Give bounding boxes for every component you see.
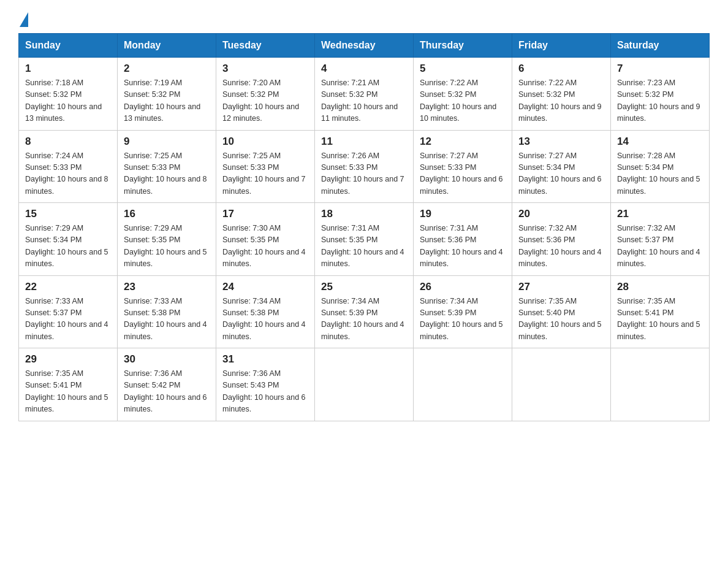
day-number: 29	[25, 353, 111, 366]
calendar-cell: 18 Sunrise: 7:31 AMSunset: 5:35 PMDaylig…	[315, 203, 414, 276]
calendar-cell: 20 Sunrise: 7:32 AMSunset: 5:36 PMDaylig…	[512, 203, 611, 276]
calendar-body: 1 Sunrise: 7:18 AMSunset: 5:32 PMDayligh…	[19, 58, 710, 421]
day-info: Sunrise: 7:28 AMSunset: 5:34 PMDaylight:…	[617, 151, 700, 196]
calendar-cell	[512, 348, 611, 421]
day-info: Sunrise: 7:36 AMSunset: 5:42 PMDaylight:…	[124, 369, 207, 413]
calendar-header: SundayMondayTuesdayWednesdayThursdayFrid…	[19, 34, 710, 58]
day-number: 16	[124, 208, 210, 220]
day-info: Sunrise: 7:31 AMSunset: 5:35 PMDaylight:…	[321, 224, 404, 268]
calendar-cell: 30 Sunrise: 7:36 AMSunset: 5:42 PMDaylig…	[118, 348, 216, 421]
day-info: Sunrise: 7:29 AMSunset: 5:34 PMDaylight:…	[25, 224, 108, 268]
header-wednesday: Wednesday	[315, 34, 414, 58]
calendar-cell: 2 Sunrise: 7:19 AMSunset: 5:32 PMDayligh…	[118, 58, 216, 131]
header-sunday: Sunday	[19, 34, 118, 58]
week-row-2: 8 Sunrise: 7:24 AMSunset: 5:33 PMDayligh…	[19, 130, 710, 203]
calendar-cell: 7 Sunrise: 7:23 AMSunset: 5:32 PMDayligh…	[611, 58, 710, 131]
day-number: 17	[222, 208, 308, 220]
day-number: 3	[222, 63, 308, 75]
header-tuesday: Tuesday	[216, 34, 315, 58]
day-number: 27	[518, 281, 604, 293]
calendar-cell: 12 Sunrise: 7:27 AMSunset: 5:33 PMDaylig…	[414, 130, 512, 203]
calendar-cell: 27 Sunrise: 7:35 AMSunset: 5:40 PMDaylig…	[512, 275, 611, 348]
day-info: Sunrise: 7:34 AMSunset: 5:39 PMDaylight:…	[321, 297, 404, 341]
day-info: Sunrise: 7:35 AMSunset: 5:40 PMDaylight:…	[518, 297, 602, 341]
day-info: Sunrise: 7:27 AMSunset: 5:34 PMDaylight:…	[518, 151, 602, 196]
day-info: Sunrise: 7:22 AMSunset: 5:32 PMDaylight:…	[420, 79, 496, 123]
calendar-cell	[414, 348, 512, 421]
day-info: Sunrise: 7:35 AMSunset: 5:41 PMDaylight:…	[617, 297, 700, 341]
day-number: 28	[617, 281, 703, 293]
day-info: Sunrise: 7:20 AMSunset: 5:32 PMDaylight:…	[222, 79, 299, 123]
day-info: Sunrise: 7:32 AMSunset: 5:36 PMDaylight:…	[518, 224, 602, 268]
day-info: Sunrise: 7:24 AMSunset: 5:33 PMDaylight:…	[25, 151, 108, 196]
calendar-cell: 1 Sunrise: 7:18 AMSunset: 5:32 PMDayligh…	[19, 58, 118, 131]
day-number: 10	[222, 136, 308, 148]
day-info: Sunrise: 7:33 AMSunset: 5:38 PMDaylight:…	[124, 297, 207, 341]
logo-line1	[18, 12, 28, 25]
day-info: Sunrise: 7:21 AMSunset: 5:32 PMDaylight:…	[321, 79, 398, 123]
header-saturday: Saturday	[611, 34, 710, 58]
day-number: 24	[222, 281, 308, 293]
calendar-cell: 13 Sunrise: 7:27 AMSunset: 5:34 PMDaylig…	[512, 130, 611, 203]
day-number: 26	[420, 281, 506, 293]
day-number: 15	[25, 208, 111, 220]
day-number: 21	[617, 208, 703, 220]
day-info: Sunrise: 7:30 AMSunset: 5:35 PMDaylight:…	[222, 224, 306, 268]
calendar-cell: 21 Sunrise: 7:32 AMSunset: 5:37 PMDaylig…	[611, 203, 710, 276]
calendar-cell: 9 Sunrise: 7:25 AMSunset: 5:33 PMDayligh…	[118, 130, 216, 203]
calendar-cell: 6 Sunrise: 7:22 AMSunset: 5:32 PMDayligh…	[512, 58, 611, 131]
day-number: 11	[321, 136, 407, 148]
week-row-4: 22 Sunrise: 7:33 AMSunset: 5:37 PMDaylig…	[19, 275, 710, 348]
day-number: 1	[25, 63, 111, 75]
day-number: 31	[222, 353, 308, 366]
day-info: Sunrise: 7:34 AMSunset: 5:39 PMDaylight:…	[420, 297, 503, 341]
calendar-cell: 4 Sunrise: 7:21 AMSunset: 5:32 PMDayligh…	[315, 58, 414, 131]
calendar-cell: 25 Sunrise: 7:34 AMSunset: 5:39 PMDaylig…	[315, 275, 414, 348]
day-info: Sunrise: 7:33 AMSunset: 5:37 PMDaylight:…	[25, 297, 108, 341]
day-info: Sunrise: 7:19 AMSunset: 5:32 PMDaylight:…	[124, 79, 200, 123]
day-number: 23	[124, 281, 210, 293]
calendar-cell	[611, 348, 710, 421]
day-info: Sunrise: 7:27 AMSunset: 5:33 PMDaylight:…	[420, 151, 503, 196]
day-number: 20	[518, 208, 604, 220]
day-number: 4	[321, 63, 407, 75]
page-header	[18, 12, 710, 21]
calendar-cell: 29 Sunrise: 7:35 AMSunset: 5:41 PMDaylig…	[19, 348, 118, 421]
day-info: Sunrise: 7:34 AMSunset: 5:38 PMDaylight:…	[222, 297, 306, 341]
day-info: Sunrise: 7:18 AMSunset: 5:32 PMDaylight:…	[25, 79, 102, 123]
calendar-table: SundayMondayTuesdayWednesdayThursdayFrid…	[18, 33, 710, 421]
calendar-cell: 17 Sunrise: 7:30 AMSunset: 5:35 PMDaylig…	[216, 203, 315, 276]
day-number: 8	[25, 136, 111, 148]
day-number: 9	[124, 136, 210, 148]
header-friday: Friday	[512, 34, 611, 58]
day-number: 5	[420, 63, 506, 75]
calendar-cell: 3 Sunrise: 7:20 AMSunset: 5:32 PMDayligh…	[216, 58, 315, 131]
calendar-cell: 10 Sunrise: 7:25 AMSunset: 5:33 PMDaylig…	[216, 130, 315, 203]
calendar-cell: 24 Sunrise: 7:34 AMSunset: 5:38 PMDaylig…	[216, 275, 315, 348]
day-number: 6	[518, 63, 604, 75]
calendar-cell: 28 Sunrise: 7:35 AMSunset: 5:41 PMDaylig…	[611, 275, 710, 348]
day-info: Sunrise: 7:36 AMSunset: 5:43 PMDaylight:…	[222, 369, 306, 413]
day-number: 18	[321, 208, 407, 220]
calendar-cell: 31 Sunrise: 7:36 AMSunset: 5:43 PMDaylig…	[216, 348, 315, 421]
calendar-cell: 11 Sunrise: 7:26 AMSunset: 5:33 PMDaylig…	[315, 130, 414, 203]
calendar-cell	[315, 348, 414, 421]
calendar-cell: 16 Sunrise: 7:29 AMSunset: 5:35 PMDaylig…	[118, 203, 216, 276]
day-info: Sunrise: 7:31 AMSunset: 5:36 PMDaylight:…	[420, 224, 503, 268]
calendar-cell: 22 Sunrise: 7:33 AMSunset: 5:37 PMDaylig…	[19, 275, 118, 348]
calendar-cell: 26 Sunrise: 7:34 AMSunset: 5:39 PMDaylig…	[414, 275, 512, 348]
day-info: Sunrise: 7:32 AMSunset: 5:37 PMDaylight:…	[617, 224, 700, 268]
day-info: Sunrise: 7:29 AMSunset: 5:35 PMDaylight:…	[124, 224, 207, 268]
calendar-cell: 14 Sunrise: 7:28 AMSunset: 5:34 PMDaylig…	[611, 130, 710, 203]
day-info: Sunrise: 7:25 AMSunset: 5:33 PMDaylight:…	[124, 151, 207, 196]
calendar-cell: 5 Sunrise: 7:22 AMSunset: 5:32 PMDayligh…	[414, 58, 512, 131]
header-monday: Monday	[118, 34, 216, 58]
calendar-cell: 23 Sunrise: 7:33 AMSunset: 5:38 PMDaylig…	[118, 275, 216, 348]
calendar-cell: 15 Sunrise: 7:29 AMSunset: 5:34 PMDaylig…	[19, 203, 118, 276]
day-info: Sunrise: 7:26 AMSunset: 5:33 PMDaylight:…	[321, 151, 404, 196]
logo-triangle-icon	[20, 12, 28, 27]
week-row-3: 15 Sunrise: 7:29 AMSunset: 5:34 PMDaylig…	[19, 203, 710, 276]
logo	[18, 12, 28, 21]
header-row: SundayMondayTuesdayWednesdayThursdayFrid…	[19, 34, 710, 58]
calendar-cell: 8 Sunrise: 7:24 AMSunset: 5:33 PMDayligh…	[19, 130, 118, 203]
